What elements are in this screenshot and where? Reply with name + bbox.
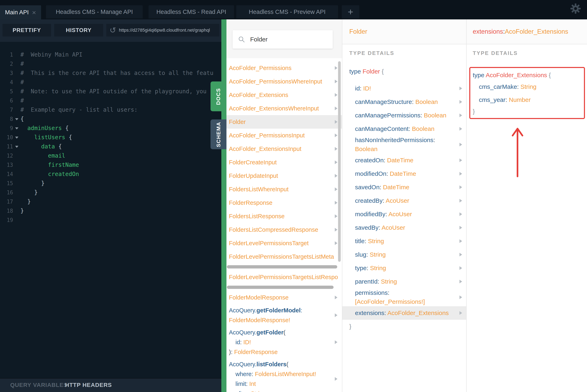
expand-arrow-icon[interactable]: [459, 172, 462, 176]
expand-arrow-icon[interactable]: [335, 80, 338, 83]
doc-list-item[interactable]: AcoQuery.listFolders(where: FoldersListW…: [226, 358, 342, 392]
docs-search-box[interactable]: [233, 30, 333, 48]
schema-side-tab[interactable]: SCHEMA: [210, 120, 226, 149]
query-editor[interactable]: 1# Webiny Main API2#3# This is the core …: [0, 42, 221, 378]
expand-arrow-icon[interactable]: [335, 160, 338, 164]
doc-list-item[interactable]: FolderLevelPermissionsTargetsListRespo: [226, 270, 342, 284]
expand-arrow-icon[interactable]: [335, 93, 338, 97]
horizontal-scrollbar[interactable]: [227, 286, 334, 289]
doc-list-item[interactable]: AcoFolder_PermissionsInput: [226, 128, 342, 142]
fold-toggle-icon[interactable]: [15, 118, 19, 120]
doc-list-item[interactable]: AcoFolder_ExtensionsWhereInput: [226, 102, 342, 115]
fold-toggle-icon[interactable]: [15, 128, 19, 130]
settings-gear-icon[interactable]: [569, 2, 582, 15]
expand-arrow-icon[interactable]: [459, 253, 462, 256]
expand-arrow-icon[interactable]: [459, 266, 462, 270]
docs-divider[interactable]: [221, 20, 226, 392]
field-row-title[interactable]: title: String: [342, 234, 466, 248]
http-headers-tab[interactable]: HTTP HEADERS: [65, 382, 112, 388]
expand-arrow-icon[interactable]: [335, 340, 338, 344]
field-row-cms_carMake[interactable]: cms_carMake: String: [479, 83, 536, 90]
doc-list-item[interactable]: FolderCreateInput: [226, 156, 342, 169]
doc-list-item[interactable]: AcoFolder_Permissions: [226, 61, 342, 75]
reload-schema-icon[interactable]: ↺: [110, 26, 116, 34]
expand-arrow-icon[interactable]: [335, 147, 338, 151]
doc-list-item[interactable]: AcoQuery.getFolderModel:FolderModelRespo…: [226, 304, 342, 326]
expand-arrow-icon[interactable]: [335, 106, 338, 110]
expand-arrow-icon[interactable]: [335, 66, 338, 70]
field-row-slug[interactable]: slug: String: [342, 248, 466, 261]
expand-arrow-icon[interactable]: [459, 143, 462, 146]
docs-search-input[interactable]: [250, 36, 328, 43]
expand-arrow-icon[interactable]: [459, 296, 462, 299]
doc-list-item[interactable]: AcoQuery.getFolder(id: ID!): FolderRespo…: [226, 326, 342, 358]
field-row-type[interactable]: type: String: [342, 261, 466, 275]
expand-arrow-icon[interactable]: [335, 296, 338, 299]
field-row-id[interactable]: id: ID!: [342, 82, 466, 95]
close-icon[interactable]: ×: [32, 9, 36, 16]
doc-list-item[interactable]: FolderLevelPermissionsTargetsListMeta: [226, 250, 342, 264]
tab-headless-cms-preview-api[interactable]: Headless CMS - Preview API: [236, 5, 338, 18]
prettify-button[interactable]: PRETTIFY: [3, 24, 51, 36]
expand-arrow-icon[interactable]: [335, 241, 338, 245]
history-button[interactable]: HISTORY: [54, 24, 103, 36]
field-row-canManagePermissions[interactable]: canManagePermissions: Boolean: [342, 108, 466, 122]
expand-arrow-icon[interactable]: [335, 174, 338, 178]
field-row-modifiedBy[interactable]: modifiedBy: AcoUser: [342, 208, 466, 221]
field-row-extensions[interactable]: extensions: AcoFolder_Extensions: [342, 306, 466, 320]
expand-arrow-icon[interactable]: [459, 212, 462, 216]
expand-arrow-icon[interactable]: [335, 314, 338, 317]
query-variables-tab[interactable]: QUERY VARIABLES: [10, 382, 68, 388]
field-row-createdOn[interactable]: createdOn: DateTime: [342, 154, 466, 167]
doc-list-item[interactable]: FolderUpdateInput: [226, 169, 342, 182]
expand-arrow-icon[interactable]: [335, 201, 338, 204]
expand-arrow-icon[interactable]: [335, 214, 338, 218]
field-row-permissions[interactable]: permissions:[AcoFolder_Permissions!]: [342, 288, 466, 306]
field-row-canManageContent[interactable]: canManageContent: Boolean: [342, 122, 466, 136]
docs-side-tab[interactable]: DOCS: [210, 82, 226, 111]
expand-arrow-icon[interactable]: [335, 377, 338, 381]
expand-arrow-icon[interactable]: [459, 199, 462, 202]
field-row-savedOn[interactable]: savedOn: DateTime: [342, 180, 466, 194]
fold-toggle-icon[interactable]: [15, 146, 19, 148]
tab-headless-cms-manage-api[interactable]: Headless CMS - Manage API: [46, 5, 143, 18]
expand-arrow-icon[interactable]: [459, 86, 462, 90]
field-row-cms_year[interactable]: cms_year: Number: [479, 96, 531, 103]
doc-list-item[interactable]: FolderResponse: [226, 196, 342, 210]
expand-arrow-icon[interactable]: [459, 100, 462, 104]
new-tab-button[interactable]: +: [342, 5, 359, 18]
vertical-scrollbar[interactable]: [338, 61, 341, 262]
expand-arrow-icon[interactable]: [459, 114, 462, 117]
expand-arrow-icon[interactable]: [459, 186, 462, 189]
doc-list-item[interactable]: FoldersListWhereInput: [226, 182, 342, 196]
doc-list-item[interactable]: FolderModelResponse: [226, 291, 342, 304]
doc-list-item[interactable]: FoldersListCompressedResponse: [226, 223, 342, 236]
tab-main-api[interactable]: Main API×: [0, 5, 41, 20]
expand-arrow-icon[interactable]: [459, 280, 462, 284]
expand-arrow-icon[interactable]: [335, 120, 338, 124]
expand-arrow-icon[interactable]: [459, 226, 462, 230]
tab-headless-cms-read-api[interactable]: Headless CMS - Read API: [149, 5, 234, 18]
fold-toggle-icon[interactable]: [15, 136, 19, 139]
field-row-hasNonInheritedPermissions[interactable]: hasNonInheritedPermissions:Boolean: [342, 136, 466, 154]
doc-list-item[interactable]: Folder: [226, 115, 342, 128]
horizontal-scrollbar[interactable]: [227, 265, 337, 268]
expand-arrow-icon[interactable]: [459, 311, 462, 315]
doc-list-item[interactable]: AcoFolder_Extensions: [226, 88, 342, 102]
endpoint-url-bar[interactable]: ↺ https://d2785gi4qi6pw8.cloudfront.net/…: [106, 24, 219, 36]
field-row-savedBy[interactable]: savedBy: AcoUser: [342, 221, 466, 234]
field-row-modifiedOn[interactable]: modifiedOn: DateTime: [342, 167, 466, 180]
doc-list-item[interactable]: AcoFolder_ExtensionsInput: [226, 142, 342, 156]
field-row-canManageStructure[interactable]: canManageStructure: Boolean: [342, 95, 466, 108]
expand-arrow-icon[interactable]: [459, 158, 462, 162]
expand-arrow-icon[interactable]: [335, 134, 338, 137]
field-row-createdBy[interactable]: createdBy: AcoUser: [342, 194, 466, 208]
doc-list-item[interactable]: FolderLevelPermissionsTarget: [226, 236, 342, 250]
expand-arrow-icon[interactable]: [459, 239, 462, 243]
field-row-parentId[interactable]: parentId: String: [342, 275, 466, 288]
expand-arrow-icon[interactable]: [335, 228, 338, 232]
expand-arrow-icon[interactable]: [335, 188, 338, 191]
doc-list-item[interactable]: FoldersListResponse: [226, 210, 342, 223]
expand-arrow-icon[interactable]: [459, 127, 462, 131]
doc-list-item[interactable]: AcoFolder_PermissionsWhereInput: [226, 75, 342, 88]
